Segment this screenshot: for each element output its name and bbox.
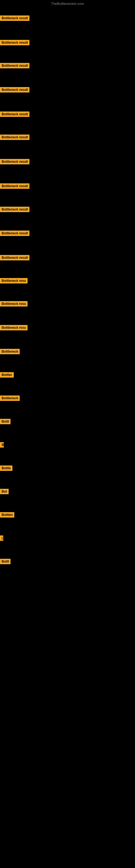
- bottleneck-result-label-18: Bottl: [0, 419, 10, 424]
- bottleneck-result-label-23: |: [0, 535, 3, 541]
- bottleneck-result-label-16: Bottler: [0, 372, 14, 378]
- bottleneck-result-label-5: Bottleneck result: [0, 112, 30, 117]
- bottleneck-result-label-15: Bottleneck: [0, 349, 20, 354]
- bottleneck-result-label-8: Bottleneck result: [0, 183, 30, 189]
- bottleneck-result-label-4: Bottleneck result: [0, 87, 30, 93]
- bottleneck-result-label-6: Bottleneck result: [0, 134, 30, 140]
- bottleneck-result-label-2: Bottleneck result: [0, 40, 30, 45]
- bottleneck-result-label-1: Bottleneck result: [0, 16, 30, 21]
- bottleneck-result-label-13: Bottleneck resu: [0, 301, 28, 307]
- bottleneck-result-label-9: Bottleneck result: [0, 207, 30, 212]
- bottleneck-result-label-19: B: [0, 442, 4, 447]
- bottleneck-result-label-20: Bottle: [0, 465, 12, 471]
- bottleneck-result-label-12: Bottleneck resu: [0, 278, 28, 283]
- bottleneck-result-label-22: Bottlen: [0, 512, 14, 518]
- bottleneck-result-label-24: Bottl: [0, 559, 10, 564]
- bottleneck-result-label-10: Bottleneck result: [0, 230, 30, 236]
- bottleneck-result-label-17: Bottleneck: [0, 396, 20, 401]
- bottleneck-result-label-3: Bottleneck result: [0, 63, 30, 68]
- site-title: TheBottlenecker.com: [0, 0, 135, 7]
- bottleneck-result-label-11: Bottleneck result: [0, 255, 30, 260]
- bottleneck-result-label-14: Bottleneck resu: [0, 325, 28, 330]
- bottleneck-result-label-7: Bottleneck result: [0, 159, 30, 164]
- bottleneck-result-label-21: Bot: [0, 489, 9, 494]
